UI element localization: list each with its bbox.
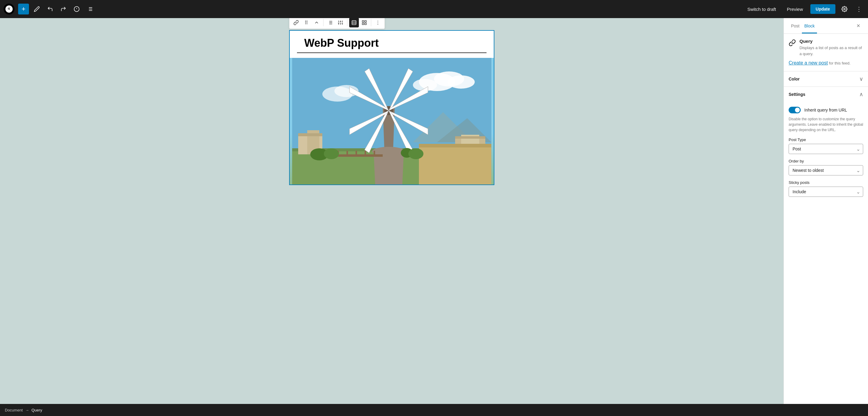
tab-post[interactable]: Post: [788, 18, 802, 33]
list-view-button[interactable]: [85, 4, 95, 14]
wp-logo[interactable]: [4, 4, 14, 14]
query-link-row: Create a new post for this feed.: [788, 60, 863, 66]
windmill-image: [290, 58, 494, 184]
color-section-title: Color: [788, 76, 800, 81]
link-button[interactable]: [291, 18, 301, 28]
svg-rect-62: [346, 151, 348, 157]
svg-rect-29: [365, 21, 366, 22]
breadcrumb-document[interactable]: Document: [5, 408, 23, 412]
post-type-label: Post Type: [788, 137, 863, 142]
breadcrumb-bar: Document → Query: [0, 404, 868, 416]
add-block-button[interactable]: +: [18, 4, 29, 14]
move-button[interactable]: [312, 18, 321, 28]
query-icon: [788, 39, 796, 46]
wp-logo-icon: [5, 5, 13, 13]
svg-rect-67: [419, 144, 491, 147]
tab-block[interactable]: Block: [802, 18, 817, 33]
more-options-toolbar-button[interactable]: ⋮: [373, 18, 383, 28]
link-icon: [293, 20, 299, 25]
panel-content: Query Displays a list of posts as a resu…: [784, 34, 868, 404]
toolbar-divider-3: [371, 19, 371, 26]
list-layout-icon: [351, 20, 357, 25]
redo-icon: [60, 6, 66, 12]
list-layout-button[interactable]: [349, 18, 359, 28]
editor-area: ⠿ ⋮: [0, 18, 783, 404]
post-type-field: Post Type Post Page Attachment ⌄: [788, 137, 863, 154]
block-toolbar: ⠿ ⋮: [289, 18, 385, 29]
query-link-suffix: for this feed.: [828, 61, 850, 65]
more-options-button[interactable]: ⋮: [854, 4, 864, 14]
post-title: WebP Support: [297, 31, 487, 53]
query-title: Query: [800, 39, 863, 44]
post-type-select[interactable]: Post Page Attachment: [788, 144, 863, 154]
sticky-posts-select-wrapper: Include Exclude Only ⌄: [788, 186, 863, 197]
query-info: Query Displays a list of posts as a resu…: [800, 39, 863, 57]
color-section-header[interactable]: Color ∨: [784, 71, 868, 86]
panel-close-button[interactable]: ×: [854, 21, 863, 31]
top-bar: + Switch to draft Preview Update ⋮: [0, 0, 868, 18]
toolbar-divider-1: [323, 19, 323, 26]
sticky-posts-label: Sticky posts: [788, 180, 863, 185]
update-button[interactable]: Update: [810, 4, 835, 14]
svg-rect-64: [365, 151, 366, 157]
info-button[interactable]: [71, 4, 82, 14]
settings-button[interactable]: [839, 4, 850, 14]
svg-rect-30: [365, 23, 366, 25]
svg-point-69: [324, 148, 339, 159]
svg-rect-66: [419, 145, 491, 184]
svg-rect-43: [298, 133, 322, 136]
svg-point-35: [447, 75, 475, 89]
inherit-query-toggle[interactable]: [788, 107, 801, 113]
order-by-select[interactable]: Newest to oldest Oldest to newest A → Z …: [788, 165, 863, 175]
svg-point-9: [844, 8, 845, 10]
inherit-query-row: Inherit query from URL: [788, 107, 863, 113]
post-content: WebP Support: [289, 30, 494, 185]
svg-rect-65: [374, 151, 375, 157]
undo-button[interactable]: [45, 4, 56, 14]
order-by-field: Order by Newest to oldest Oldest to newe…: [788, 159, 863, 175]
undo-icon: [47, 6, 53, 12]
svg-point-71: [408, 148, 424, 159]
breadcrumb-arrow: →: [25, 408, 29, 412]
gear-icon: [841, 6, 847, 12]
preview-button[interactable]: Preview: [783, 5, 806, 13]
color-chevron-icon: ∨: [859, 76, 863, 82]
grid-layout-button[interactable]: [360, 18, 369, 28]
block-settings-button[interactable]: [336, 18, 345, 28]
edit-tool-button[interactable]: [31, 4, 42, 14]
align-icon: [328, 20, 333, 25]
svg-rect-25: [352, 21, 356, 25]
sliders-icon: [338, 20, 343, 25]
main-layout: ⠿ ⋮: [0, 18, 868, 404]
sticky-posts-select[interactable]: Include Exclude Only: [788, 186, 863, 197]
sticky-posts-field: Sticky posts Include Exclude Only ⌄: [788, 180, 863, 197]
panel-tabs: Post Block ×: [784, 18, 868, 34]
query-header: Query Displays a list of posts as a resu…: [788, 39, 863, 57]
align-button[interactable]: [326, 18, 335, 28]
drag-handle-button[interactable]: ⠿: [302, 18, 311, 28]
toggle-slider: [788, 107, 801, 113]
breadcrumb-current: Query: [31, 408, 42, 412]
settings-chevron-icon: ∧: [859, 91, 863, 98]
post-type-select-wrapper: Post Page Attachment ⌄: [788, 144, 863, 154]
settings-section-header[interactable]: Settings ∧: [784, 86, 868, 102]
svg-rect-28: [362, 21, 364, 22]
post-featured-image: [290, 58, 494, 184]
svg-rect-46: [455, 136, 485, 139]
top-bar-right: Switch to draft Preview Update ⋮: [744, 4, 864, 14]
toolbar-divider-2: [347, 19, 347, 26]
switch-to-draft-button[interactable]: Switch to draft: [744, 5, 780, 13]
redo-button[interactable]: [58, 4, 69, 14]
grid-layout-icon: [362, 20, 367, 25]
settings-section-title: Settings: [788, 92, 805, 97]
block-wrapper: ⠿ ⋮: [289, 30, 494, 185]
create-new-post-link[interactable]: Create a new post: [788, 60, 828, 65]
order-by-select-wrapper: Newest to oldest Oldest to newest A → Z …: [788, 165, 863, 175]
chevron-updown-icon: [314, 20, 319, 25]
order-by-label: Order by: [788, 159, 863, 163]
settings-content: Inherit query from URL Disable the optio…: [788, 102, 863, 197]
svg-rect-63: [355, 151, 357, 157]
list-view-icon: [87, 6, 93, 12]
right-panel: Post Block × Query Displays a list of po…: [783, 18, 868, 404]
pencil-icon: [34, 6, 40, 12]
